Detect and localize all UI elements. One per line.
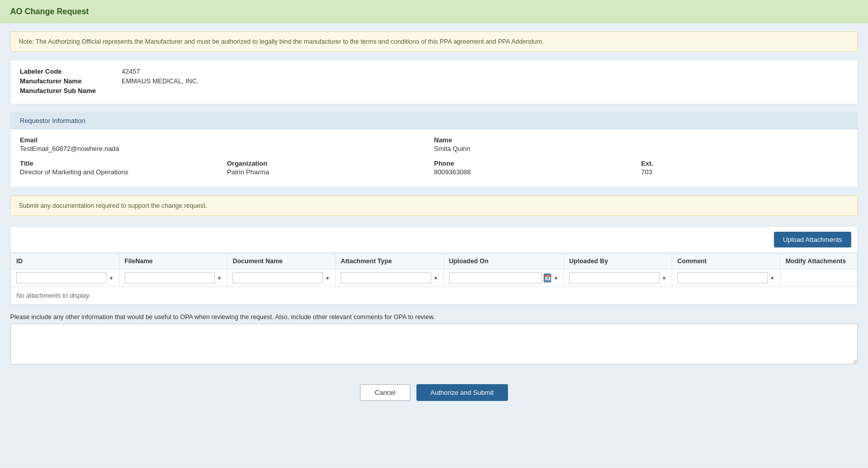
organization-col: Organization Patrin Pharma — [227, 160, 434, 180]
filter-uploaded-on[interactable]: 📅 ▼ — [443, 269, 563, 287]
name-col: Name Smita Quinn — [434, 136, 849, 157]
email-label: Email — [20, 136, 434, 144]
manufacturer-name-label: Manufacturer Name — [20, 77, 122, 85]
organization-value: Patrin Pharma — [227, 168, 434, 176]
col-modify-attachments: Modify Attachments — [780, 254, 857, 269]
upload-attachments-button[interactable]: Upload Attachments — [774, 232, 851, 247]
attachments-table: ID FileName Document Name Attachment Typ… — [11, 253, 857, 305]
labeler-code-label: Labeler Code — [20, 68, 122, 75]
filter-attachment-type[interactable]: ▼ — [336, 269, 444, 287]
no-data-message: No attachments to display. — [11, 287, 857, 305]
filter-id-icon[interactable]: ▼ — [109, 275, 114, 281]
action-buttons: Cancel Authorize and Submit — [10, 376, 858, 405]
col-id: ID — [11, 254, 119, 269]
ext-label: Ext. — [641, 160, 848, 167]
filter-uploaded-by-icon[interactable]: ▼ — [662, 275, 667, 281]
filter-comment-icon[interactable]: ▼ — [770, 275, 775, 281]
note-box: Note: The Authorizing Official represent… — [10, 32, 858, 52]
filter-uploaded-by-input[interactable] — [569, 272, 660, 284]
page-content: Note: The Authorizing Official represent… — [0, 23, 868, 467]
manufacturer-info-card: Labeler Code 42457 Manufacturer Name EMM… — [10, 60, 858, 104]
comments-textarea[interactable] — [10, 324, 858, 364]
page-header: AO Change Request — [0, 0, 868, 23]
filter-id-input[interactable] — [16, 272, 107, 284]
manufacturer-name-value: EMMAUS MEDICAL, INC. — [122, 77, 199, 85]
phone-value: 8009363088 — [434, 168, 641, 176]
attachments-section: Upload Attachments ID FileName Document … — [10, 226, 858, 305]
note-text: Note: The Authorizing Official represent… — [19, 38, 544, 45]
filter-uploaded-by[interactable]: ▼ — [564, 269, 672, 287]
manufacturer-name-row: Manufacturer Name EMMAUS MEDICAL, INC. — [20, 77, 848, 85]
filter-document-name-icon[interactable]: ▼ — [325, 275, 330, 281]
col-filename: FileName — [119, 254, 227, 269]
filter-filename-icon[interactable]: ▼ — [217, 275, 222, 281]
filter-id[interactable]: ▼ — [11, 269, 119, 287]
comments-label: Please include any other information tha… — [10, 314, 858, 321]
col-comment: Comment — [672, 254, 780, 269]
authorize-submit-button[interactable]: Authorize and Submit — [416, 384, 508, 401]
requestor-section-header: Requestor Information — [11, 113, 857, 129]
organization-label: Organization — [227, 160, 434, 167]
attachments-header-row: ID FileName Document Name Attachment Typ… — [11, 254, 857, 269]
requestor-section-title: Requestor Information — [20, 117, 85, 124]
submit-note-text: Submit any documentation required to sup… — [19, 202, 207, 209]
col-uploaded-by: Uploaded By — [564, 254, 672, 269]
filter-filename[interactable]: ▼ — [119, 269, 227, 287]
filter-uploaded-on-icon[interactable]: ▼ — [553, 275, 558, 281]
email-value: TestEmail_60872@nowhere.nada — [20, 145, 434, 152]
cancel-button[interactable]: Cancel — [360, 384, 410, 401]
comments-section: Please include any other information tha… — [10, 314, 858, 366]
filter-modify-attachments — [780, 269, 857, 287]
name-value: Smita Quinn — [434, 145, 849, 152]
attachments-toolbar: Upload Attachments — [11, 227, 857, 253]
manufacturer-sub-name-label: Manufacturer Sub Name — [20, 87, 122, 95]
filter-comment-input[interactable] — [677, 272, 768, 284]
ext-value: 703 — [641, 168, 848, 176]
filter-attachment-type-icon[interactable]: ▼ — [433, 275, 438, 281]
filter-document-name-input[interactable] — [232, 272, 323, 284]
filter-row: ▼ ▼ ▼ — [11, 269, 857, 287]
manufacturer-info-body: Labeler Code 42457 Manufacturer Name EMM… — [11, 60, 857, 104]
phone-label: Phone — [434, 160, 641, 167]
filter-attachment-type-input[interactable] — [341, 272, 431, 284]
calendar-icon[interactable]: 📅 — [544, 273, 551, 283]
col-attachment-type: Attachment Type — [336, 254, 444, 269]
labeler-code-row: Labeler Code 42457 — [20, 68, 848, 75]
ext-col: Ext. 703 — [641, 160, 848, 180]
title-label: Title — [20, 160, 227, 167]
submit-note-box: Submit any documentation required to sup… — [10, 196, 858, 216]
requestor-info-body: Email TestEmail_60872@nowhere.nada Name … — [11, 129, 857, 187]
title-org-phone-row: Title Director of Marketing and Operatio… — [20, 160, 848, 180]
filter-comment[interactable]: ▼ — [672, 269, 780, 287]
requestor-info-card: Requestor Information Email TestEmail_60… — [10, 112, 858, 188]
no-data-row: No attachments to display. — [11, 287, 857, 305]
labeler-code-value: 42457 — [122, 68, 140, 75]
title-value: Director of Marketing and Operations — [20, 168, 227, 176]
filter-uploaded-on-input[interactable] — [449, 272, 542, 284]
email-name-row: Email TestEmail_60872@nowhere.nada Name … — [20, 136, 848, 157]
phone-col: Phone 8009363088 — [434, 160, 641, 180]
name-label: Name — [434, 136, 849, 144]
title-col: Title Director of Marketing and Operatio… — [20, 160, 227, 180]
filter-document-name[interactable]: ▼ — [227, 269, 336, 287]
filter-filename-input[interactable] — [125, 272, 215, 284]
manufacturer-sub-name-row: Manufacturer Sub Name — [20, 87, 848, 95]
page-title: AO Change Request — [10, 7, 89, 16]
col-document-name: Document Name — [227, 254, 336, 269]
email-col: Email TestEmail_60872@nowhere.nada — [20, 136, 434, 157]
col-uploaded-on: Uploaded On — [443, 254, 563, 269]
